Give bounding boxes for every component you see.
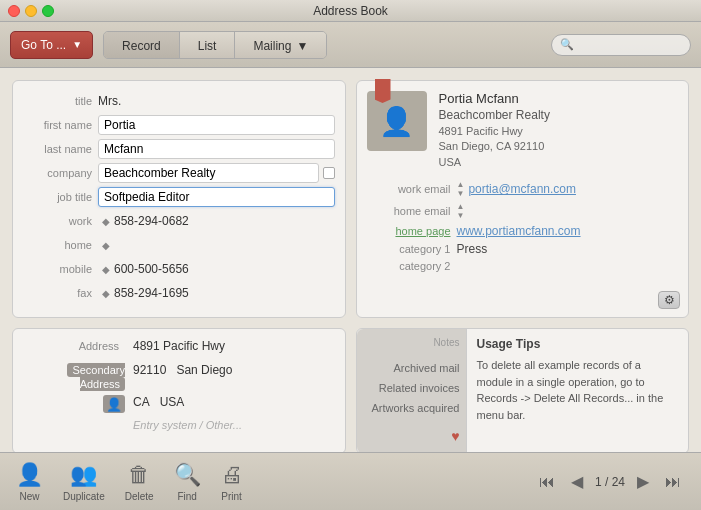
gear-button[interactable]: ⚙: [658, 291, 680, 309]
footer-navigation: ⏮ ◀ 1 / 24 ▶ ⏭: [535, 470, 685, 493]
entry-system-placeholder: Entry system / Other...: [133, 419, 242, 431]
new-label: New: [19, 491, 39, 502]
window-title: Address Book: [313, 4, 388, 18]
mailing-tab[interactable]: Mailing ▼: [235, 32, 326, 59]
search-icon: 🔍: [560, 38, 574, 51]
home-dot-icon: ◆: [102, 240, 110, 251]
company-checkbox[interactable]: [323, 167, 335, 179]
info-card: 👤 Portia Mcfann Beachcomber Realty 4891 …: [356, 80, 690, 318]
prev-page-button[interactable]: ◀: [567, 470, 587, 493]
home-page-value[interactable]: www.portiamcfann.com: [457, 224, 679, 238]
print-button[interactable]: 🖨 Print: [221, 462, 243, 502]
maximize-button[interactable]: [42, 5, 54, 17]
category1-label: category 1: [367, 243, 457, 255]
work-dot-icon: ◆: [102, 216, 110, 227]
address-card: Address 4891 Pacific Hwy Secondary Addre…: [12, 328, 346, 454]
find-button[interactable]: 🔍 Find: [174, 462, 201, 502]
minimize-button[interactable]: [25, 5, 37, 17]
title-value: Mrs.: [98, 94, 335, 108]
info-address-line1: 4891 Pacific Hwy: [439, 125, 523, 137]
category2-row: category 2: [367, 260, 679, 272]
category2-label: category 2: [367, 260, 457, 272]
list-tab[interactable]: List: [180, 32, 236, 59]
first-page-button[interactable]: ⏮: [535, 471, 559, 493]
city-value: San Diego: [176, 363, 232, 377]
find-icon: 🔍: [174, 462, 201, 488]
home-page-row: home page www.portiamcfann.com: [367, 224, 679, 238]
next-page-button[interactable]: ▶: [633, 470, 653, 493]
record-tab[interactable]: Record: [104, 32, 180, 59]
mailing-label: Mailing: [253, 39, 291, 53]
home-email-label: home email: [367, 205, 457, 217]
page-total: 24: [612, 475, 625, 489]
page-separator: /: [605, 475, 612, 489]
new-button[interactable]: 👤 New: [16, 462, 43, 502]
notes-title: Usage Tips: [477, 337, 679, 351]
last-name-input[interactable]: [98, 139, 335, 159]
home-email-arrows-icon: ▲▼: [457, 202, 465, 220]
close-button[interactable]: [8, 5, 20, 17]
notes-section-label: Notes: [433, 337, 459, 348]
titlebar: Address Book: [0, 0, 701, 22]
info-fields: work email ▲▼ portia@mcfann.com home ema…: [367, 180, 679, 272]
last-name-field-row: last name: [23, 139, 335, 159]
fax-dot-icon: ◆: [102, 288, 110, 299]
delete-button[interactable]: 🗑 Delete: [125, 462, 154, 502]
person-icon[interactable]: 👤: [103, 395, 125, 413]
work-email-row: work email ▲▼ portia@mcfann.com: [367, 180, 679, 198]
first-name-input[interactable]: [98, 115, 335, 135]
work-label: work: [23, 215, 98, 227]
secondary-address-label[interactable]: Secondary Address: [67, 363, 125, 391]
heart-icon: ♥: [451, 428, 459, 444]
notes-labels: Notes Archived mail Related invoices Art…: [357, 329, 467, 453]
archived-mail-label[interactable]: Archived mail: [393, 362, 459, 374]
contact-card: title Mrs. first name last name company …: [12, 80, 346, 318]
work-phone-row: work ◆ 858-294-0682: [23, 211, 335, 231]
first-name-field-row: first name: [23, 115, 335, 135]
footer-actions: 👤 New 👥 Duplicate 🗑 Delete 🔍 Find 🖨 Prin…: [16, 462, 243, 502]
company-input[interactable]: [98, 163, 319, 183]
work-email-value[interactable]: portia@mcfann.com: [468, 182, 678, 196]
traffic-lights: [8, 5, 54, 17]
info-address-line2: San Diego, CA 92110: [439, 140, 545, 152]
bookmark-icon: [375, 79, 391, 103]
zip-city-group: 92110 San Diego: [133, 363, 232, 377]
goto-button[interactable]: Go To ... ▼: [10, 31, 93, 59]
mobile-label: mobile: [23, 263, 98, 275]
work-value: 858-294-0682: [114, 214, 335, 228]
view-segmented-control: Record List Mailing ▼: [103, 31, 327, 59]
home-page-label[interactable]: home page: [367, 225, 457, 237]
mailing-arrow-icon: ▼: [296, 39, 308, 53]
address-row: Address 4891 Pacific Hwy: [23, 339, 335, 359]
print-icon: 🖨: [221, 462, 243, 488]
notes-card: Notes Archived mail Related invoices Art…: [356, 328, 690, 454]
fax-label: fax: [23, 287, 98, 299]
delete-icon: 🗑: [128, 462, 150, 488]
page-current: 1: [595, 475, 602, 489]
avatar: 👤: [367, 91, 427, 151]
zip-value: 92110: [133, 363, 166, 377]
mobile-dot-icon: ◆: [102, 264, 110, 275]
find-label: Find: [177, 491, 196, 502]
delete-label: Delete: [125, 491, 154, 502]
title-label: title: [23, 95, 98, 107]
related-invoices-label[interactable]: Related invoices: [379, 382, 460, 394]
job-title-input[interactable]: [98, 187, 335, 207]
duplicate-button[interactable]: 👥 Duplicate: [63, 462, 105, 502]
entry-system-row: Entry system / Other...: [23, 419, 335, 439]
title-field-row: title Mrs.: [23, 91, 335, 111]
job-title-field-row: job title: [23, 187, 335, 207]
state-value: CA: [133, 395, 150, 409]
main-content: title Mrs. first name last name company …: [0, 68, 701, 466]
search-input[interactable]: [579, 39, 682, 51]
mobile-phone-row: mobile ◆ 600-500-5656: [23, 259, 335, 279]
info-text: Portia Mcfann Beachcomber Realty 4891 Pa…: [439, 91, 679, 170]
info-address-line3: USA: [439, 156, 462, 168]
category1-value: Press: [457, 242, 679, 256]
last-page-button[interactable]: ⏭: [661, 471, 685, 493]
category1-row: category 1 Press: [367, 242, 679, 256]
artworks-label[interactable]: Artworks acquired: [371, 402, 459, 414]
job-title-label: job title: [23, 191, 98, 203]
home-label: home: [23, 239, 98, 251]
company-field-row: company: [23, 163, 335, 183]
